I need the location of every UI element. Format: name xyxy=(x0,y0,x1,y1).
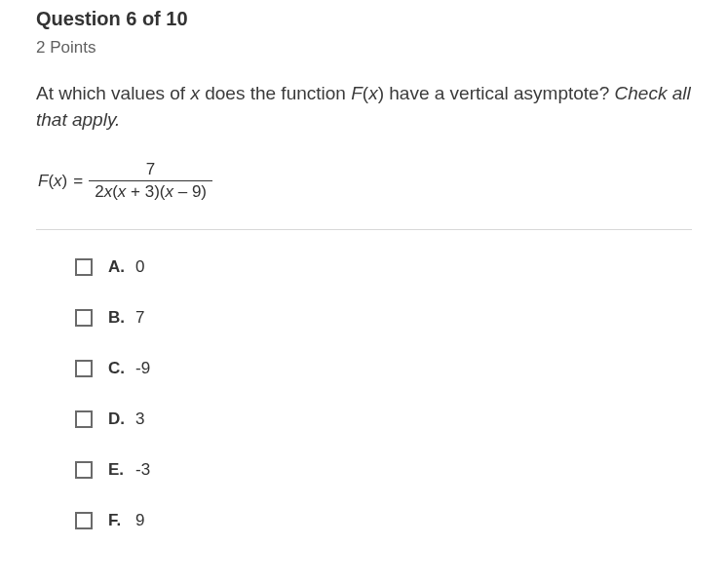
checkbox-b[interactable] xyxy=(75,309,93,327)
prompt-suffix: have a vertical asymptote? xyxy=(384,83,615,103)
formula-F: F xyxy=(38,172,48,190)
points-label: 2 Points xyxy=(36,38,692,58)
prompt-var-x1: x xyxy=(190,83,200,103)
prompt-var-x2: x xyxy=(368,83,378,103)
formula-x: x xyxy=(54,172,62,190)
option-value-a: 0 xyxy=(135,257,144,277)
question-container: Question 6 of 10 2 Points At which value… xyxy=(0,0,728,581)
checkbox-a[interactable] xyxy=(75,258,93,276)
option-row-f: F. 9 xyxy=(75,511,692,530)
option-value-c: -9 xyxy=(135,359,150,378)
checkbox-d[interactable] xyxy=(75,410,93,428)
section-divider xyxy=(36,229,692,230)
option-row-d: D. 3 xyxy=(75,410,692,429)
formula-denominator: 2x(x + 3)(x – 9) xyxy=(89,180,212,202)
option-value-f: 9 xyxy=(135,511,144,530)
checkbox-e[interactable] xyxy=(75,461,93,479)
denom-plus: + 3 xyxy=(126,182,154,201)
formula-equals: = xyxy=(73,172,83,191)
option-row-b: B. 7 xyxy=(75,308,692,328)
denom-p1c: )( xyxy=(154,182,165,201)
denom-x1: x xyxy=(104,182,113,201)
option-value-d: 3 xyxy=(135,410,144,429)
prompt-middle: does the function xyxy=(200,83,351,103)
denom-x3: x xyxy=(165,182,173,201)
option-value-e: -3 xyxy=(135,460,150,480)
prompt-prefix: At which values of xyxy=(36,83,190,103)
denom-2: 2 xyxy=(95,182,103,201)
denom-p2c: ) xyxy=(201,182,207,201)
formula-lhs: F(x) xyxy=(38,172,67,191)
formula-display: F(x) = 7 2x(x + 3)(x – 9) xyxy=(36,160,692,202)
question-prompt: At which values of x does the function F… xyxy=(36,81,692,133)
formula-close: ) xyxy=(62,172,68,190)
option-letter-e: E. xyxy=(108,460,126,480)
denom-minus: – 9 xyxy=(173,182,201,201)
checkbox-c[interactable] xyxy=(75,360,93,377)
formula-numerator: 7 xyxy=(140,160,161,180)
option-letter-a: A. xyxy=(108,257,126,277)
option-letter-b: B. xyxy=(108,308,126,328)
answer-options: A. 0 B. 7 C. -9 D. 3 E. -3 F. 9 xyxy=(36,257,692,530)
option-letter-d: D. xyxy=(108,410,126,429)
option-value-b: 7 xyxy=(135,308,144,328)
option-row-c: C. -9 xyxy=(75,359,692,378)
formula-fraction: 7 2x(x + 3)(x – 9) xyxy=(89,160,212,202)
option-letter-c: C. xyxy=(108,359,126,378)
option-letter-f: F. xyxy=(108,511,126,530)
prompt-func-F: F xyxy=(351,83,363,103)
checkbox-f[interactable] xyxy=(75,512,93,529)
option-row-a: A. 0 xyxy=(75,257,692,277)
option-row-e: E. -3 xyxy=(75,460,692,480)
question-number: Question 6 of 10 xyxy=(36,8,692,30)
